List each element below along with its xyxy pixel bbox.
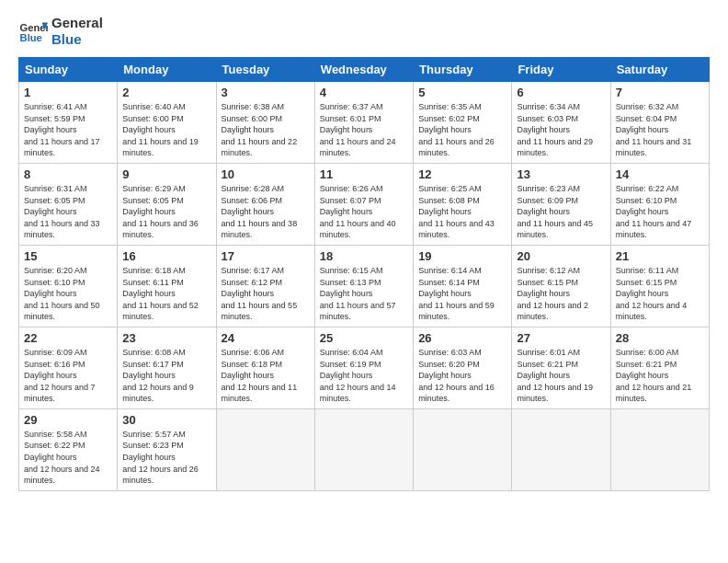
day-number: 2 <box>122 86 210 99</box>
cell-info: Sunrise: 6:40 AMSunset: 6:00 PMDaylight … <box>122 102 199 157</box>
day-cell: 13 Sunrise: 6:23 AMSunset: 6:09 PMDaylig… <box>512 163 610 245</box>
day-cell <box>414 408 512 490</box>
cell-info: Sunrise: 6:20 AMSunset: 6:10 PMDaylight … <box>24 266 100 321</box>
day-number: 24 <box>222 331 310 345</box>
day-cell: 2 Sunrise: 6:40 AMSunset: 6:00 PMDayligh… <box>118 82 216 164</box>
col-header-friday: Friday <box>512 58 610 82</box>
day-cell: 24 Sunrise: 6:06 AMSunset: 6:18 PMDaylig… <box>216 327 314 408</box>
header: General Blue General Blue <box>18 15 710 48</box>
cell-info: Sunrise: 6:18 AMSunset: 6:11 PMDaylight … <box>122 266 199 321</box>
day-cell: 7 Sunrise: 6:32 AMSunset: 6:04 PMDayligh… <box>610 82 709 164</box>
day-number: 26 <box>418 331 506 345</box>
day-number: 21 <box>616 249 704 263</box>
cell-info: Sunrise: 6:41 AMSunset: 5:59 PMDaylight … <box>24 102 100 157</box>
day-number: 19 <box>418 249 506 263</box>
day-cell: 9 Sunrise: 6:29 AMSunset: 6:05 PMDayligh… <box>118 163 216 245</box>
cell-info: Sunrise: 6:03 AMSunset: 6:20 PMDaylight … <box>418 348 495 403</box>
day-number: 27 <box>517 331 605 345</box>
col-header-sunday: Sunday <box>19 58 118 82</box>
day-number: 22 <box>24 331 112 345</box>
cell-info: Sunrise: 6:37 AMSunset: 6:01 PMDaylight … <box>320 102 396 157</box>
day-cell: 3 Sunrise: 6:38 AMSunset: 6:00 PMDayligh… <box>216 82 314 164</box>
day-number: 7 <box>616 86 704 99</box>
cell-info: Sunrise: 6:35 AMSunset: 6:02 PMDaylight … <box>418 102 495 157</box>
day-number: 20 <box>517 249 605 263</box>
day-cell: 29 Sunrise: 5:58 AMSunset: 6:22 PMDaylig… <box>19 408 118 490</box>
day-cell <box>216 408 314 490</box>
day-cell: 27 Sunrise: 6:01 AMSunset: 6:21 PMDaylig… <box>512 327 610 408</box>
day-number: 28 <box>616 331 704 345</box>
cell-info: Sunrise: 6:34 AMSunset: 6:03 PMDaylight … <box>517 102 593 157</box>
cell-info: Sunrise: 6:12 AMSunset: 6:15 PMDaylight … <box>517 266 588 321</box>
day-number: 16 <box>122 249 210 263</box>
cell-info: Sunrise: 6:04 AMSunset: 6:19 PMDaylight … <box>320 348 396 403</box>
cell-info: Sunrise: 6:32 AMSunset: 6:04 PMDaylight … <box>616 102 692 157</box>
day-number: 10 <box>222 167 310 181</box>
day-cell: 17 Sunrise: 6:17 AMSunset: 6:12 PMDaylig… <box>216 245 314 327</box>
day-cell: 1 Sunrise: 6:41 AMSunset: 5:59 PMDayligh… <box>19 82 118 164</box>
cell-info: Sunrise: 6:14 AMSunset: 6:14 PMDaylight … <box>418 266 495 321</box>
day-number: 15 <box>24 249 112 263</box>
day-number: 30 <box>122 413 210 427</box>
logo: General Blue General Blue <box>18 15 103 48</box>
day-number: 11 <box>320 167 408 181</box>
week-row-3: 15 Sunrise: 6:20 AMSunset: 6:10 PMDaylig… <box>19 245 710 327</box>
day-cell <box>610 408 709 490</box>
day-cell: 6 Sunrise: 6:34 AMSunset: 6:03 PMDayligh… <box>512 82 610 164</box>
col-header-tuesday: Tuesday <box>216 58 314 82</box>
cell-info: Sunrise: 6:25 AMSunset: 6:08 PMDaylight … <box>418 184 495 239</box>
day-cell: 28 Sunrise: 6:00 AMSunset: 6:21 PMDaylig… <box>610 327 709 408</box>
day-cell: 22 Sunrise: 6:09 AMSunset: 6:16 PMDaylig… <box>19 327 118 408</box>
day-cell: 12 Sunrise: 6:25 AMSunset: 6:08 PMDaylig… <box>414 163 512 245</box>
day-cell <box>314 408 413 490</box>
cell-info: Sunrise: 6:23 AMSunset: 6:09 PMDaylight … <box>517 184 593 239</box>
day-number: 29 <box>24 413 112 427</box>
day-cell: 8 Sunrise: 6:31 AMSunset: 6:05 PMDayligh… <box>19 163 118 245</box>
cell-info: Sunrise: 6:28 AMSunset: 6:06 PMDaylight … <box>222 184 298 239</box>
cell-info: Sunrise: 6:11 AMSunset: 6:15 PMDaylight … <box>616 266 688 321</box>
week-row-1: 1 Sunrise: 6:41 AMSunset: 5:59 PMDayligh… <box>19 82 710 164</box>
page: General Blue General Blue SundayMondayTu… <box>0 0 728 500</box>
day-cell: 16 Sunrise: 6:18 AMSunset: 6:11 PMDaylig… <box>118 245 216 327</box>
day-cell: 23 Sunrise: 6:08 AMSunset: 6:17 PMDaylig… <box>118 327 216 408</box>
day-number: 1 <box>24 86 112 99</box>
day-cell: 4 Sunrise: 6:37 AMSunset: 6:01 PMDayligh… <box>314 82 413 164</box>
cell-info: Sunrise: 6:15 AMSunset: 6:13 PMDaylight … <box>320 266 396 321</box>
cell-info: Sunrise: 6:01 AMSunset: 6:21 PMDaylight … <box>517 348 593 403</box>
cell-info: Sunrise: 6:17 AMSunset: 6:12 PMDaylight … <box>222 266 298 321</box>
cell-info: Sunrise: 6:26 AMSunset: 6:07 PMDaylight … <box>320 184 396 239</box>
col-header-thursday: Thursday <box>414 58 512 82</box>
calendar-table: SundayMondayTuesdayWednesdayThursdayFrid… <box>18 57 710 491</box>
day-number: 5 <box>418 86 506 99</box>
cell-info: Sunrise: 6:38 AMSunset: 6:00 PMDaylight … <box>222 102 298 157</box>
logo-icon: General Blue <box>18 17 48 46</box>
day-number: 3 <box>222 86 310 99</box>
day-cell: 26 Sunrise: 6:03 AMSunset: 6:20 PMDaylig… <box>414 327 512 408</box>
day-number: 12 <box>418 167 506 181</box>
day-number: 25 <box>320 331 408 345</box>
cell-info: Sunrise: 6:08 AMSunset: 6:17 PMDaylight … <box>122 348 194 403</box>
day-cell: 11 Sunrise: 6:26 AMSunset: 6:07 PMDaylig… <box>314 163 413 245</box>
cell-info: Sunrise: 5:58 AMSunset: 6:22 PMDaylight … <box>24 430 100 485</box>
col-header-monday: Monday <box>118 58 216 82</box>
day-number: 6 <box>517 86 605 99</box>
day-number: 17 <box>222 249 310 263</box>
day-cell <box>512 408 610 490</box>
day-cell: 21 Sunrise: 6:11 AMSunset: 6:15 PMDaylig… <box>610 245 709 327</box>
day-number: 8 <box>24 167 112 181</box>
day-number: 14 <box>616 167 704 181</box>
cell-info: Sunrise: 5:57 AMSunset: 6:23 PMDaylight … <box>122 430 199 485</box>
day-number: 18 <box>320 249 408 263</box>
cell-info: Sunrise: 6:09 AMSunset: 6:16 PMDaylight … <box>24 348 96 403</box>
day-number: 9 <box>122 167 210 181</box>
day-number: 13 <box>517 167 605 181</box>
day-cell: 30 Sunrise: 5:57 AMSunset: 6:23 PMDaylig… <box>118 408 216 490</box>
week-row-2: 8 Sunrise: 6:31 AMSunset: 6:05 PMDayligh… <box>19 163 710 245</box>
week-row-5: 29 Sunrise: 5:58 AMSunset: 6:22 PMDaylig… <box>19 408 710 490</box>
day-cell: 15 Sunrise: 6:20 AMSunset: 6:10 PMDaylig… <box>19 245 118 327</box>
col-header-wednesday: Wednesday <box>314 58 413 82</box>
day-cell: 20 Sunrise: 6:12 AMSunset: 6:15 PMDaylig… <box>512 245 610 327</box>
cell-info: Sunrise: 6:22 AMSunset: 6:10 PMDaylight … <box>616 184 692 239</box>
day-cell: 10 Sunrise: 6:28 AMSunset: 6:06 PMDaylig… <box>216 163 314 245</box>
cell-info: Sunrise: 6:29 AMSunset: 6:05 PMDaylight … <box>122 184 199 239</box>
